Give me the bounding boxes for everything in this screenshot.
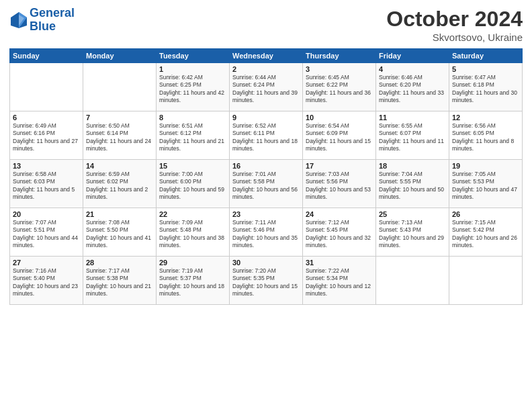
calendar-cell: 10Sunrise: 6:54 AM Sunset: 6:09 PM Dayli… [303,111,376,160]
calendar-cell [10,63,83,111]
day-number: 28 [86,259,153,267]
cell-info: Sunrise: 7:13 AM Sunset: 5:43 PM Dayligh… [379,219,446,250]
cell-info: Sunrise: 7:17 AM Sunset: 5:38 PM Dayligh… [86,267,153,298]
cell-info: Sunrise: 6:56 AM Sunset: 6:05 PM Dayligh… [452,122,519,153]
calendar-cell: 12Sunrise: 6:56 AM Sunset: 6:05 PM Dayli… [449,111,523,160]
day-number: 25 [379,210,446,218]
calendar-week-row: 20Sunrise: 7:07 AM Sunset: 5:51 PM Dayli… [10,208,523,257]
day-number: 7 [86,113,153,122]
cell-info: Sunrise: 7:03 AM Sunset: 5:56 PM Dayligh… [306,171,373,201]
day-number: 11 [379,113,446,122]
calendar-cell: 1Sunrise: 6:42 AM Sunset: 6:25 PM Daylig… [157,63,230,111]
cell-info: Sunrise: 7:11 AM Sunset: 5:46 PM Dayligh… [232,219,300,250]
day-number: 31 [306,259,373,267]
cell-info: Sunrise: 6:50 AM Sunset: 6:14 PM Dayligh… [86,122,153,153]
weekday-header: Wednesday [230,49,303,63]
calendar-cell: 18Sunrise: 7:04 AM Sunset: 5:55 PM Dayli… [376,160,449,208]
calendar-cell: 5Sunrise: 6:47 AM Sunset: 6:18 PM Daylig… [449,63,523,111]
day-number: 15 [159,162,226,170]
day-number: 27 [13,259,80,267]
logo-blue: Blue [30,19,56,33]
calendar-table: SundayMondayTuesdayWednesdayThursdayFrid… [9,48,523,305]
day-number: 17 [306,162,373,170]
calendar-cell [376,257,449,305]
cell-info: Sunrise: 6:45 AM Sunset: 6:22 PM Dayligh… [306,74,373,105]
day-number: 8 [159,113,226,122]
day-number: 4 [379,65,446,73]
cell-info: Sunrise: 7:05 AM Sunset: 5:53 PM Dayligh… [452,171,519,201]
calendar-cell: 26Sunrise: 7:15 AM Sunset: 5:42 PM Dayli… [449,208,523,257]
day-number: 13 [13,162,80,170]
cell-info: Sunrise: 7:12 AM Sunset: 5:45 PM Dayligh… [306,219,373,250]
cell-info: Sunrise: 7:19 AM Sunset: 5:37 PM Dayligh… [159,267,226,298]
cell-info: Sunrise: 7:15 AM Sunset: 5:42 PM Dayligh… [452,219,519,250]
day-number: 22 [159,210,226,218]
day-number: 24 [306,210,373,218]
weekday-header: Sunday [10,49,83,63]
calendar-cell: 22Sunrise: 7:09 AM Sunset: 5:48 PM Dayli… [157,208,230,257]
day-number: 5 [452,65,519,73]
cell-info: Sunrise: 7:07 AM Sunset: 5:51 PM Dayligh… [13,219,80,250]
calendar-cell: 29Sunrise: 7:19 AM Sunset: 5:37 PM Dayli… [157,257,230,305]
logo-general: General [30,6,75,19]
cell-info: Sunrise: 6:51 AM Sunset: 6:12 PM Dayligh… [159,122,226,153]
calendar-cell: 14Sunrise: 6:59 AM Sunset: 6:02 PM Dayli… [83,160,157,208]
day-number: 30 [232,259,300,267]
calendar-cell: 7Sunrise: 6:50 AM Sunset: 6:14 PM Daylig… [83,111,157,160]
day-number: 1 [159,65,226,73]
day-number: 14 [86,162,153,170]
calendar-cell: 31Sunrise: 7:22 AM Sunset: 5:34 PM Dayli… [303,257,376,305]
day-number: 6 [13,113,80,122]
calendar-cell: 30Sunrise: 7:20 AM Sunset: 5:35 PM Dayli… [230,257,303,305]
weekday-header: Thursday [303,49,376,63]
calendar-cell: 6Sunrise: 6:49 AM Sunset: 6:16 PM Daylig… [10,111,83,160]
calendar-cell: 28Sunrise: 7:17 AM Sunset: 5:38 PM Dayli… [83,257,157,305]
calendar-cell: 16Sunrise: 7:01 AM Sunset: 5:58 PM Dayli… [230,160,303,208]
day-number: 3 [306,65,373,73]
day-number: 20 [13,210,80,218]
calendar-cell: 20Sunrise: 7:07 AM Sunset: 5:51 PM Dayli… [10,208,83,257]
cell-info: Sunrise: 6:54 AM Sunset: 6:09 PM Dayligh… [306,122,373,153]
calendar-cell: 21Sunrise: 7:08 AM Sunset: 5:50 PM Dayli… [83,208,157,257]
calendar-cell: 25Sunrise: 7:13 AM Sunset: 5:43 PM Dayli… [376,208,449,257]
day-number: 10 [306,113,373,122]
weekday-header: Friday [376,49,449,63]
cell-info: Sunrise: 7:08 AM Sunset: 5:50 PM Dayligh… [86,219,153,250]
day-number: 2 [232,65,300,73]
cell-info: Sunrise: 7:20 AM Sunset: 5:35 PM Dayligh… [232,267,300,298]
calendar-cell: 3Sunrise: 6:45 AM Sunset: 6:22 PM Daylig… [303,63,376,111]
page: General Blue October 2024 Skvortsovo, Uk… [0,0,532,411]
cell-info: Sunrise: 7:16 AM Sunset: 5:40 PM Dayligh… [13,267,80,298]
day-number: 21 [86,210,153,218]
calendar-cell: 19Sunrise: 7:05 AM Sunset: 5:53 PM Dayli… [449,160,523,208]
calendar-week-row: 27Sunrise: 7:16 AM Sunset: 5:40 PM Dayli… [10,257,523,305]
logo-text: General Blue [30,7,75,34]
weekday-header: Saturday [449,49,523,63]
day-number: 23 [232,210,300,218]
month-title: October 2024 [386,7,523,32]
title-block: October 2024 Skvortsovo, Ukraine [386,7,523,43]
cell-info: Sunrise: 6:42 AM Sunset: 6:25 PM Dayligh… [159,74,226,105]
day-number: 26 [452,210,519,218]
calendar-week-row: 1Sunrise: 6:42 AM Sunset: 6:25 PM Daylig… [10,63,523,111]
calendar-cell: 13Sunrise: 6:58 AM Sunset: 6:03 PM Dayli… [10,160,83,208]
calendar-cell [449,257,523,305]
day-number: 29 [159,259,226,267]
day-number: 12 [452,113,519,122]
cell-info: Sunrise: 7:22 AM Sunset: 5:34 PM Dayligh… [306,267,373,298]
day-number: 9 [232,113,300,122]
calendar-cell: 24Sunrise: 7:12 AM Sunset: 5:45 PM Dayli… [303,208,376,257]
calendar-cell: 27Sunrise: 7:16 AM Sunset: 5:40 PM Dayli… [10,257,83,305]
location: Skvortsovo, Ukraine [386,32,523,43]
cell-info: Sunrise: 7:04 AM Sunset: 5:55 PM Dayligh… [379,171,446,201]
logo: General Blue [9,7,75,34]
header: General Blue October 2024 Skvortsovo, Uk… [9,7,523,43]
cell-info: Sunrise: 7:09 AM Sunset: 5:48 PM Dayligh… [159,219,226,250]
cell-info: Sunrise: 6:44 AM Sunset: 6:24 PM Dayligh… [232,74,300,105]
day-number: 16 [232,162,300,170]
logo-icon [9,11,28,30]
calendar-cell: 23Sunrise: 7:11 AM Sunset: 5:46 PM Dayli… [230,208,303,257]
cell-info: Sunrise: 6:52 AM Sunset: 6:11 PM Dayligh… [232,122,300,153]
calendar-week-row: 6Sunrise: 6:49 AM Sunset: 6:16 PM Daylig… [10,111,523,160]
weekday-header-row: SundayMondayTuesdayWednesdayThursdayFrid… [10,49,523,63]
